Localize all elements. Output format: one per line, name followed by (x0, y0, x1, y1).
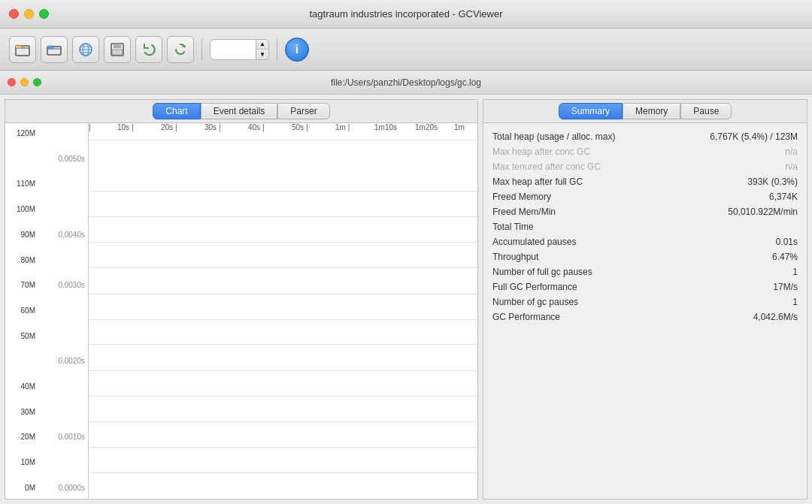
x-tick-1m: 1m | (335, 123, 350, 131)
inner-minimize-button[interactable] (20, 78, 29, 86)
y-label-110m: 110M (8, 180, 85, 188)
y-label-30m: 30M (8, 408, 85, 416)
chart-y-axis: 120M 0.0050s 110M 100M (5, 123, 88, 498)
info-button[interactable]: i (285, 38, 309, 62)
tab-parser[interactable]: Parser (277, 103, 329, 119)
window-controls[interactable] (9, 9, 49, 19)
summary-section: Summary Memory Pause Total heap (usage /… (483, 99, 807, 499)
summary-label: Number of full gc pauses (492, 267, 677, 277)
summary-row-max-heap-full: Max heap after full GC 393K (0.3%) (492, 174, 798, 189)
summary-label: Number of gc pauses (492, 297, 677, 307)
y-label-60m: 60M (8, 306, 85, 315)
inner-maximize-button[interactable] (33, 78, 41, 86)
tab-chart[interactable]: Chart (153, 103, 200, 119)
summary-row-max-tenured-conc: Max tenured after conc GC n/a (492, 159, 798, 174)
summary-row-total-heap: Total heap (usage / alloc. max) 6,767K (… (492, 129, 798, 144)
summary-value: 6.47% (677, 252, 798, 262)
summary-row-accumulated-pauses: Accumulated pauses 0.01s (492, 234, 798, 249)
svg-rect-10 (114, 44, 121, 48)
summary-row-num-gc-pauses: Number of gc pauses 1 (492, 294, 798, 309)
content-area: Chart Event details Parser 120M 0.0050s (0, 95, 812, 504)
y-mem-label: 0M (8, 484, 35, 492)
grid-line-9 (89, 396, 477, 397)
x-tick-1m20s: 1m20s (415, 123, 438, 131)
summary-label: Total Time (492, 222, 677, 232)
chart-tab-bar: Chart Event details Parser (5, 100, 477, 123)
toolbar-separator (201, 39, 202, 60)
tab-summary[interactable]: Summary (559, 103, 623, 119)
summary-value: 50,010.922M/min (677, 207, 798, 217)
grid-line-10 (89, 421, 477, 422)
svg-rect-3 (47, 46, 53, 49)
open-file-button[interactable] (9, 36, 36, 63)
grid-line-5 (89, 294, 477, 294)
y-label-50m: 50M (8, 332, 85, 340)
summary-value: 0.01s (677, 237, 798, 247)
grid-line-1 (89, 191, 477, 192)
reload-url-button[interactable] (72, 36, 99, 63)
summary-label: Accumulated pauses (492, 237, 677, 247)
title-bar: tagtraum industries incorporated - GCVie… (0, 0, 812, 29)
toolbar: 5000% ▲ ▼ i (0, 29, 812, 71)
tab-event-details[interactable]: Event details (201, 103, 278, 119)
tab-memory[interactable]: Memory (623, 103, 680, 119)
svg-rect-12 (114, 50, 120, 54)
y-label-80m: 80M (8, 256, 85, 264)
y-label-40m: 40M (8, 382, 85, 391)
toolbar-separator-2 (277, 39, 277, 60)
summary-label: Max tenured after conc GC (492, 161, 677, 172)
x-tick-30s: 30s | (205, 123, 221, 131)
open-folder-button[interactable] (41, 36, 68, 63)
y-mem-label: 10M (8, 458, 35, 466)
y-label-10m: 10M (8, 458, 85, 466)
zoom-input[interactable]: 5000% (211, 44, 256, 55)
y-mem-label: 120M (8, 129, 35, 137)
x-axis: | 10s | 20s | 30s | 40s | 50s | 1m | 1m1… (89, 123, 477, 140)
x-tick-50s: 50s | (292, 123, 308, 131)
x-tick-20s: 20s | (161, 123, 177, 131)
summary-row-freed-mem-min: Freed Mem/Min 50,010.922M/min (492, 204, 798, 219)
refresh-button[interactable] (135, 36, 162, 63)
reload-button[interactable] (167, 36, 194, 63)
y-label-0050s: 0.0050s (8, 155, 85, 163)
grid-line-11 (89, 447, 477, 448)
y-mem-label: 60M (8, 306, 35, 315)
summary-label: Total heap (usage / alloc. max) (492, 131, 677, 142)
zoom-down-button[interactable]: ▼ (256, 50, 268, 59)
y-label-90m: 90M 0.0040s (8, 231, 85, 239)
zoom-up-button[interactable]: ▲ (256, 40, 268, 50)
zoom-control[interactable]: 5000% ▲ ▼ (210, 39, 269, 60)
chart-grid-area (89, 140, 477, 498)
summary-value: 1 (677, 267, 798, 277)
summary-body: Total heap (usage / alloc. max) 6,767K (… (483, 123, 807, 499)
tab-pause[interactable]: Pause (680, 103, 732, 119)
minimize-button[interactable] (24, 9, 34, 19)
save-button[interactable] (104, 36, 131, 63)
summary-value: 6,374K (677, 192, 798, 202)
main-window: file:/Users/panzhi/Desktop/logs/gc.log C… (0, 71, 812, 504)
inner-close-button[interactable] (8, 78, 16, 86)
summary-value: n/a (677, 161, 798, 172)
grid-line-12 (89, 472, 477, 473)
file-path: file:/Users/panzhi/Desktop/logs/gc.log (331, 77, 481, 88)
close-button[interactable] (9, 9, 19, 19)
chart-section: Chart Event details Parser 120M 0.0050s (5, 99, 478, 499)
y-mem-label: 20M (8, 433, 35, 441)
y-mem-label: 30M (8, 408, 35, 416)
y-mem-label: 70M (8, 281, 35, 289)
summary-label: GC Performance (492, 312, 677, 322)
grid-line-top (89, 140, 477, 140)
y-mem-label: 110M (8, 180, 35, 188)
maximize-button[interactable] (39, 9, 49, 19)
y-mem-label: 100M (8, 205, 35, 213)
x-tick-1m10s: 1m10s (374, 123, 397, 131)
grid-line-7 (89, 344, 477, 345)
summary-row-throughput: Throughput 6.47% (492, 249, 798, 264)
y-label-120m: 120M (8, 129, 85, 137)
summary-row-max-heap-conc: Max heap after conc GC n/a (492, 144, 798, 159)
y-mem-label: 40M (8, 382, 35, 391)
y-time-label: 0.0040s (47, 231, 85, 239)
y-time-label: 0.0020s (47, 357, 85, 365)
y-mem-label: 90M (8, 231, 35, 239)
inner-window-controls[interactable] (8, 78, 41, 86)
